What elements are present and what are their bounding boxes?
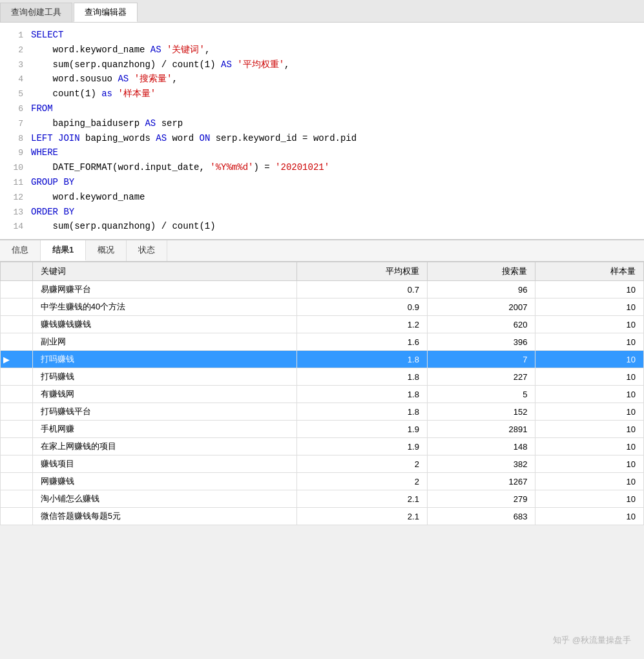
table-row[interactable]: 淘小铺怎么赚钱2.127910 [1, 490, 644, 508]
line-number: 11 [5, 176, 23, 190]
cell-keyword: 中学生赚钱的40个方法 [32, 298, 297, 316]
table-row[interactable]: 微信答题赚钱每题5元2.168310 [1, 508, 644, 525]
table-row[interactable]: 有赚钱网1.8510 [1, 386, 644, 403]
row-indicator [1, 403, 33, 421]
cell-keyword: 打码赚钱 [32, 368, 297, 386]
cell-keyword: 有赚钱网 [32, 386, 297, 403]
table-row[interactable]: 在家上网赚钱的项目1.914810 [1, 438, 644, 455]
code-token: ORDER BY [31, 207, 74, 217]
cell-keyword: 手机网赚 [32, 421, 297, 438]
cell-search: 148 [427, 438, 535, 455]
result-tab-bar: 信息结果1概况状态 [0, 240, 644, 262]
result-tab-状态[interactable]: 状态 [127, 240, 167, 261]
code-token: DATE_FORMAT(word.input_date, [31, 162, 210, 173]
code-token: sum(serp.quanzhong) / count(1) [31, 221, 216, 231]
result-tab-信息[interactable]: 信息 [0, 240, 41, 261]
code-line-6: 6FROM [0, 101, 644, 116]
code-token: AS [118, 74, 129, 84]
cell-keyword: 微信答题赚钱每题5元 [32, 508, 297, 525]
code-token: WHERE [31, 147, 58, 158]
cell-sample: 10 [535, 490, 644, 508]
code-token: baping_words [80, 133, 156, 143]
line-content: count(1) as '样本量' [31, 87, 156, 101]
table-row[interactable]: 打码赚钱平台1.815210 [1, 403, 644, 421]
line-number: 7 [5, 118, 23, 131]
line-content: FROM [31, 101, 53, 116]
code-token: AS [156, 133, 167, 143]
cell-search: 2007 [427, 298, 535, 316]
table-row[interactable]: 副业网1.639610 [1, 333, 644, 351]
row-indicator [1, 473, 33, 490]
line-number: 5 [5, 88, 23, 101]
cell-weight: 2.1 [297, 508, 428, 525]
table-body: 易赚网赚平台0.79610中学生赚钱的40个方法0.9200710赚钱赚钱赚钱1… [1, 281, 644, 525]
table-row[interactable]: 赚钱赚钱赚钱1.262010 [1, 316, 644, 333]
table-row[interactable]: 易赚网赚平台0.79610 [1, 281, 644, 298]
table-row[interactable]: 中学生赚钱的40个方法0.9200710 [1, 298, 644, 316]
code-token: '搜索量' [134, 74, 172, 84]
cell-sample: 10 [535, 281, 644, 298]
row-indicator [1, 298, 33, 316]
code-line-3: 3 sum(serp.quanzhong) / count(1) AS '平均权… [0, 58, 644, 72]
code-token: LEFT JOIN [31, 133, 80, 143]
line-number: 12 [5, 191, 23, 205]
cell-keyword: 赚钱项目 [32, 455, 297, 473]
row-indicator [1, 421, 33, 438]
cell-sample: 10 [535, 333, 644, 351]
cell-weight: 2.1 [297, 490, 428, 508]
code-line-13: 13ORDER BY [0, 205, 644, 220]
code-token: AS [145, 118, 156, 129]
cell-sample: 10 [535, 403, 644, 421]
code-token: , [205, 45, 210, 55]
row-indicator: ▶ [1, 351, 33, 368]
line-content: LEFT JOIN baping_words AS word ON serp.k… [31, 131, 357, 145]
cell-keyword: 易赚网赚平台 [32, 281, 297, 298]
cell-sample: 10 [535, 473, 644, 490]
cell-search: 382 [427, 455, 535, 473]
tab-0[interactable]: 查询创建工具 [0, 3, 72, 22]
line-number: 8 [5, 132, 23, 146]
code-editor: 1SELECT2 word.keyword_name AS '关键词',3 su… [0, 23, 644, 240]
cell-sample: 10 [535, 421, 644, 438]
cell-keyword: 打吗赚钱 [32, 351, 297, 368]
bottom-panel: 信息结果1概况状态 关键词平均权重搜索量样本量 易赚网赚平台0.79610中学生… [0, 240, 644, 525]
code-token: sum(serp.quanzhong) / count(1) [31, 59, 221, 70]
code-token: '平均权重' [237, 59, 284, 70]
cell-search: 1267 [427, 473, 535, 490]
code-token: count(1) [31, 89, 101, 99]
code-token: AS [221, 59, 232, 70]
line-content: SELECT [31, 28, 63, 42]
row-indicator [1, 281, 33, 298]
cell-search: 96 [427, 281, 535, 298]
cell-weight: 2 [297, 473, 428, 490]
cell-sample: 10 [535, 316, 644, 333]
code-token: word.keyword_name [31, 192, 145, 202]
cell-weight: 1.8 [297, 368, 428, 386]
header-row: 关键词平均权重搜索量样本量 [1, 262, 644, 281]
result-tab-概况[interactable]: 概况 [86, 240, 127, 261]
tab-1[interactable]: 查询编辑器 [74, 3, 138, 22]
cell-weight: 1.6 [297, 333, 428, 351]
cell-weight: 1.8 [297, 386, 428, 403]
cell-weight: 0.9 [297, 298, 428, 316]
cell-weight: 1.2 [297, 316, 428, 333]
result-table: 关键词平均权重搜索量样本量 易赚网赚平台0.79610中学生赚钱的40个方法0.… [0, 262, 644, 525]
result-tab-结果1[interactable]: 结果1 [41, 240, 86, 261]
line-number: 3 [5, 59, 23, 72]
cell-weight: 0.7 [297, 281, 428, 298]
cell-search: 683 [427, 508, 535, 525]
code-token: ON [199, 133, 210, 143]
code-token: , [172, 74, 177, 84]
table-row[interactable]: ▶打吗赚钱1.8710 [1, 351, 644, 368]
cell-weight: 2 [297, 455, 428, 473]
table-row[interactable]: 手机网赚1.9289110 [1, 421, 644, 438]
code-token: '20201021' [275, 162, 329, 173]
line-number: 9 [5, 147, 23, 160]
code-token: serp [156, 118, 183, 129]
code-line-1: 1SELECT [0, 28, 644, 43]
code-line-7: 7 baping_baiduserp AS serp [0, 116, 644, 131]
code-line-9: 9WHERE [0, 145, 644, 160]
table-row[interactable]: 打码赚钱1.822710 [1, 368, 644, 386]
table-row[interactable]: 网赚赚钱2126710 [1, 473, 644, 490]
table-row[interactable]: 赚钱项目238210 [1, 455, 644, 473]
